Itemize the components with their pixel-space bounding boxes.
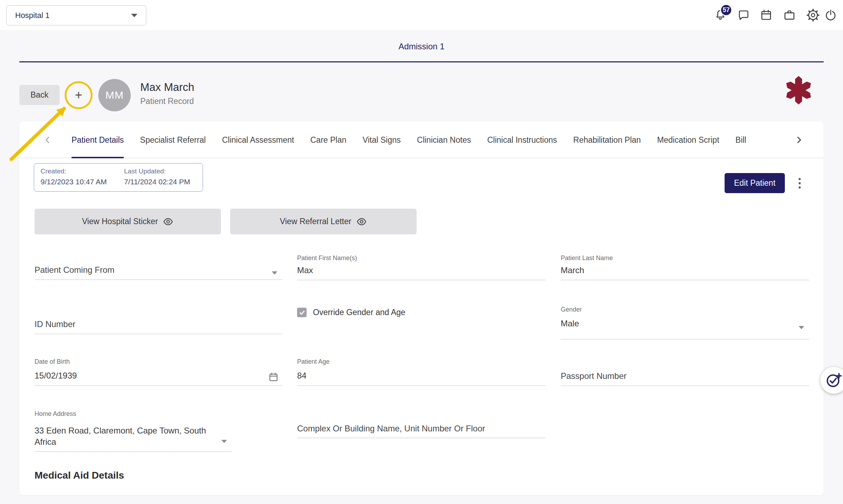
hospital-select-value: Hospital 1 bbox=[15, 11, 50, 20]
home-address-select[interactable]: Home Address 33 Eden Road, Claremont, Ca… bbox=[35, 410, 232, 452]
admission-divider bbox=[19, 61, 824, 62]
medical-aid-details-heading: Medical Aid Details bbox=[35, 470, 124, 481]
tasks-fab-button[interactable] bbox=[820, 367, 843, 394]
patient-record-card: Patient Details Specialist Referral Clin… bbox=[19, 122, 824, 495]
last-updated-label: Last Updated: bbox=[124, 167, 190, 175]
patient-age-field[interactable]: Patient Age 84 bbox=[297, 358, 546, 386]
tab-patient-details[interactable]: Patient Details bbox=[72, 122, 124, 158]
record-timestamps-box: Created: 9/12/2023 10:47 AM Last Updated… bbox=[34, 163, 203, 192]
settings-button[interactable] bbox=[805, 7, 821, 23]
patient-coming-from-select[interactable]: Patient Coming From bbox=[35, 265, 282, 280]
tab-scroll-left-button[interactable] bbox=[41, 133, 55, 147]
date-of-birth-field[interactable]: Date of Birth 15/02/1939 bbox=[35, 358, 282, 386]
tab-clinician-notes[interactable]: Clinician Notes bbox=[417, 122, 471, 158]
calendar-button[interactable] bbox=[758, 7, 774, 23]
tab-rehabilitation-plan[interactable]: Rehabilitation Plan bbox=[573, 122, 641, 158]
calendar-icon bbox=[760, 9, 773, 21]
view-hospital-sticker-button[interactable]: View Hospital Sticker bbox=[35, 209, 221, 234]
briefcase-icon bbox=[783, 9, 796, 21]
gear-icon bbox=[807, 9, 819, 21]
first-name-field[interactable]: Patient First Name(s) Max bbox=[297, 254, 546, 280]
power-button[interactable] bbox=[823, 7, 838, 23]
tab-clinical-instructions[interactable]: Clinical Instructions bbox=[487, 122, 557, 158]
kebab-icon bbox=[799, 178, 801, 180]
messages-button[interactable] bbox=[736, 7, 751, 23]
avatar: MM bbox=[98, 79, 131, 111]
tab-clinical-assessment[interactable]: Clinical Assessment bbox=[222, 122, 294, 158]
created-value: 9/12/2023 10:47 AM bbox=[41, 178, 124, 186]
chevron-down-icon bbox=[131, 14, 137, 17]
edit-patient-button[interactable]: Edit Patient bbox=[725, 173, 785, 193]
chevron-down-icon bbox=[799, 326, 804, 329]
back-button[interactable]: Back bbox=[19, 85, 60, 105]
medical-asterisk-icon bbox=[783, 75, 814, 105]
chevron-down-icon bbox=[272, 271, 277, 275]
checkbox-checked-icon bbox=[297, 308, 307, 317]
chevron-down-icon bbox=[221, 440, 227, 443]
calendar-icon[interactable] bbox=[268, 372, 279, 382]
eye-icon bbox=[356, 216, 367, 227]
top-bar: Hospital 1 57 bbox=[0, 0, 843, 31]
tab-specialist-referral[interactable]: Specialist Referral bbox=[140, 122, 206, 158]
task-check-plus-icon bbox=[826, 372, 842, 388]
notification-badge: 57 bbox=[720, 4, 732, 16]
tab-vital-signs[interactable]: Vital Signs bbox=[363, 122, 401, 158]
patient-subtitle: Patient Record bbox=[140, 97, 194, 106]
briefcase-button[interactable] bbox=[782, 7, 797, 23]
tab-care-plan[interactable]: Care Plan bbox=[310, 122, 346, 158]
admission-tab[interactable]: Admission 1 bbox=[19, 42, 824, 51]
passport-number-field[interactable]: Passport Number bbox=[561, 371, 809, 386]
add-admission-button[interactable]: + bbox=[68, 85, 89, 106]
chevron-left-icon bbox=[42, 135, 53, 145]
tab-medication-script[interactable]: Medication Script bbox=[657, 122, 719, 158]
hospital-select[interactable]: Hospital 1 bbox=[6, 5, 146, 25]
last-name-field[interactable]: Patient Last Name March bbox=[561, 254, 809, 280]
id-number-field[interactable]: ID Number bbox=[35, 319, 282, 334]
gender-select[interactable]: Gender Male bbox=[561, 306, 809, 339]
power-icon bbox=[824, 9, 837, 21]
tab-scroll-right-button[interactable] bbox=[792, 133, 806, 147]
chevron-right-icon bbox=[794, 135, 804, 145]
last-updated-value: 7/11/2024 02:24 PM bbox=[124, 178, 190, 186]
created-label: Created: bbox=[41, 167, 124, 175]
notifications-button[interactable]: 57 bbox=[713, 7, 728, 23]
patient-name: Max March bbox=[140, 81, 194, 94]
eye-icon bbox=[163, 216, 173, 227]
plus-icon: + bbox=[75, 88, 82, 103]
more-options-button[interactable] bbox=[792, 173, 807, 193]
chat-icon bbox=[737, 9, 750, 21]
view-referral-letter-button[interactable]: View Referral Letter bbox=[230, 209, 417, 234]
complex-building-field[interactable]: Complex Or Building Name, Unit Number Or… bbox=[297, 424, 546, 438]
tab-bill[interactable]: Bill bbox=[736, 122, 746, 158]
override-gender-age-checkbox[interactable]: Override Gender and Age bbox=[297, 308, 405, 317]
tab-bar: Patient Details Specialist Referral Clin… bbox=[41, 122, 806, 158]
